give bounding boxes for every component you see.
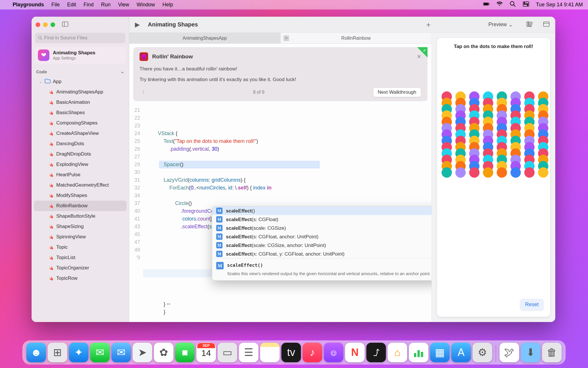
minimize-icon[interactable] [43,22,48,27]
preview-canvas[interactable]: Tap on the dots to make them roll! Reset [437,38,550,317]
dock-facetime[interactable]: ■ [175,343,195,362]
dot[interactable] [483,167,493,178]
autocomplete-item[interactable]: MscaleEffect() [212,206,432,215]
wifi-icon[interactable] [496,1,503,9]
battery-icon[interactable] [483,1,490,9]
dock-podcasts[interactable]: ⌾ [324,343,343,362]
dot-grid[interactable] [440,95,547,178]
method-badge-icon: M [216,216,223,223]
dock-news[interactable]: N [345,343,365,362]
folder-app[interactable]: ⌄ App [34,76,127,87]
dock-contacts[interactable]: ▭ [218,343,237,362]
file-topicorganizer[interactable]: TopicOrganizer [34,263,127,273]
file-animatingshapesapp[interactable]: AnimatingShapesApp [34,87,127,97]
code-content[interactable]: VStack { Text("Tap on the dots to make t… [143,105,432,322]
file-rollinrainbow[interactable]: RollinRainbow [34,201,127,211]
dot[interactable] [510,167,521,178]
window-controls[interactable] [36,22,55,27]
control-center-icon[interactable] [523,1,529,9]
menubar-clock[interactable]: Tue Sep 14 9:41 AM [536,2,583,8]
next-walkthrough-button[interactable]: Next Walkthrough [373,87,421,97]
walkthrough-back-button[interactable]: 〈 [140,89,145,96]
dot[interactable] [497,167,507,178]
dock-reminders[interactable]: ☰ [239,343,258,362]
dock-swift[interactable]: 🕊 [500,343,519,362]
dock-launchpad[interactable]: ⊞ [48,343,67,362]
dock-keynote[interactable]: ▦ [430,343,450,362]
file-topicrow[interactable]: TopicRow [34,273,127,283]
dock-stocks[interactable]: ⭜ [366,343,386,362]
menu-edit[interactable]: Edit [67,2,76,8]
dot[interactable] [524,167,535,178]
preview-dropdown[interactable]: Preview⌄ [488,22,513,28]
dock-mail[interactable]: ✉ [111,343,131,362]
autocomplete-item[interactable]: MscaleEffect(x: CGFloat, y: CGFloat, anc… [212,250,432,258]
close-tab-icon[interactable]: ✕ [283,35,289,41]
method-badge-icon: M [216,262,224,269]
dock-home[interactable]: ⌂ [388,343,407,362]
reset-button[interactable]: Reset [520,299,544,310]
file-dancingdots[interactable]: DancingDots [34,139,127,149]
search-input[interactable]: Find in Source Files [35,33,125,43]
run-button[interactable]: ▶ [135,21,140,28]
menu-run[interactable]: Run [101,2,111,8]
dock-notes[interactable] [260,343,280,362]
dock-music[interactable]: ♪ [303,343,322,362]
file-composingshapes[interactable]: ComposingShapes [34,118,127,128]
autocomplete-item[interactable]: MscaleEffect(scale: CGSize) [212,224,432,232]
dot[interactable] [469,167,479,178]
file-modifyshapes[interactable]: ModifyShapes [34,190,127,201]
library-icon[interactable] [527,21,533,28]
dock-calendar[interactable]: SEP14 [196,343,216,362]
add-button[interactable]: ＋ [425,20,432,30]
dot[interactable] [442,167,452,178]
dock-tv[interactable]: tv [281,343,301,362]
tab-rollin-rainbow[interactable]: ✕RollinRainbow [281,33,432,43]
file-basicanimation[interactable]: BasicAnimation [34,97,127,108]
autocomplete-popup[interactable]: MscaleEffect()MscaleEffect(s: CGFloat)Ms… [212,206,432,281]
file-createashapeview[interactable]: CreateAShapeView [34,128,127,139]
code-editor[interactable]: 21222324252627293031323437404143454748'9… [129,105,432,322]
menu-view[interactable]: View [118,2,129,8]
file-shapebuttonstyle[interactable]: ShapeButtonStyle [34,211,127,221]
menu-window[interactable]: Window [137,2,155,8]
dock-messages[interactable]: ✉ [90,343,110,362]
project-header[interactable]: ❤︎ Animating Shapes App Settings [34,47,126,64]
code-section-header[interactable]: Code ⌄ [32,67,129,76]
spotlight-icon[interactable] [510,1,516,9]
dock-photos[interactable]: ✿ [154,343,173,362]
close-icon[interactable] [36,22,40,27]
file-heartpulse[interactable]: HeartPulse [34,170,127,180]
menu-file[interactable]: File [51,2,60,8]
toggle-sidebar-icon[interactable] [62,22,68,28]
dock-numbers[interactable] [409,343,428,362]
file-spinningview[interactable]: SpinningView [34,232,127,242]
dock-maps[interactable]: ➤ [133,343,152,362]
file-basicshapes[interactable]: BasicShapes [34,108,127,118]
file-dragndropdots[interactable]: DragNDropDots [34,149,127,159]
method-badge-icon: M [216,225,223,231]
file-explodingview[interactable]: ExplodingView [34,159,127,170]
dock-trash[interactable]: 🗑 [542,343,562,362]
tab-animating-shapes-app[interactable]: AnimatingShapesApp [129,33,281,43]
dock-settings[interactable]: ⚙ [473,343,492,362]
autocomplete-item[interactable]: MscaleEffect(s: CGFloat, anchor: UnitPoi… [212,232,432,241]
dock-safari[interactable]: ✦ [69,343,88,362]
dock-finder[interactable]: ☻ [26,343,46,362]
file-topiclist[interactable]: TopicList [34,252,127,263]
zoom-icon[interactable] [51,22,55,27]
menu-find[interactable]: Find [84,2,94,8]
dock-appstore[interactable]: A [451,343,471,362]
file-matchedgeometryeffect[interactable]: MatchedGeometryEffect [34,180,127,190]
app-menu[interactable]: Playgrounds [13,2,44,8]
autocomplete-item[interactable]: MscaleEffect(s: CGFloat) [212,215,432,224]
autocomplete-item[interactable]: MscaleEffect(scale: CGSize, anchor: Unit… [212,241,432,250]
menu-help[interactable]: Help [163,2,173,8]
file-shapesizing[interactable]: ShapeSizing [34,221,127,232]
inspector-icon[interactable] [543,22,550,28]
dock-downloads[interactable]: ⬇ [521,343,540,362]
dock[interactable]: ☻⊞✦✉✉➤✿■SEP14▭☰tv♪⌾N⭜⌂▦A⚙🕊⬇🗑 [22,340,566,365]
dot[interactable] [538,167,548,178]
dot[interactable] [455,167,466,178]
file-topic[interactable]: Topic [34,242,127,252]
